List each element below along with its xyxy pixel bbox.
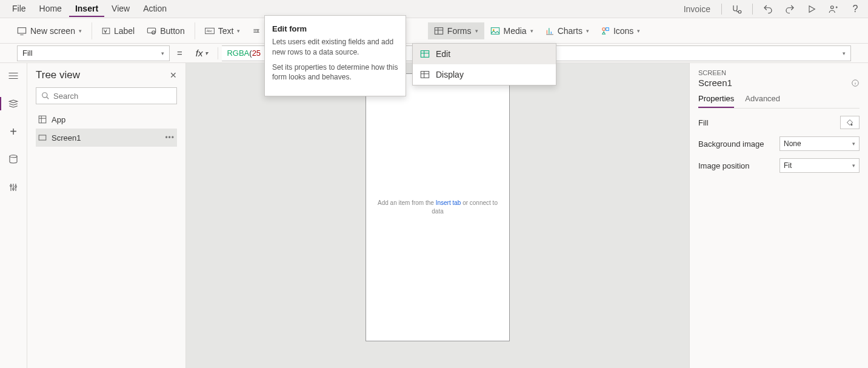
main-area: + Tree view ✕ App Screen1 ••• — [0, 63, 868, 368]
media-icon — [490, 27, 500, 35]
search-box[interactable] — [36, 87, 177, 104]
help-icon[interactable]: ? — [849, 2, 862, 16]
ribbon-media[interactable]: Media ▾ — [484, 22, 539, 39]
menu-home[interactable]: Home — [33, 1, 68, 17]
svg-text:Abc: Abc — [206, 29, 212, 33]
divider — [721, 4, 722, 15]
chevron-down-icon: ▾ — [852, 141, 855, 147]
ribbon-text[interactable]: Abc Text ▾ — [199, 22, 247, 39]
svg-rect-10 — [435, 27, 442, 34]
share-icon[interactable] — [827, 2, 840, 16]
redo-icon[interactable] — [783, 2, 796, 16]
rail-data-icon[interactable] — [5, 152, 21, 167]
ribbon-label-text: Label — [114, 26, 135, 36]
svg-point-13 — [603, 27, 606, 30]
input-icon — [252, 27, 261, 35]
close-icon[interactable]: ✕ — [170, 70, 177, 80]
app-icon — [38, 115, 47, 124]
screen-canvas[interactable]: Add an item from the Insert tab or conne… — [366, 74, 509, 341]
bgimage-value: None — [784, 139, 801, 148]
tree-item-label: Screen1 — [52, 133, 81, 142]
tooltip-p2: Set its properties to determine how this… — [272, 62, 398, 83]
rp-row-bgimage: Background image None ▾ — [698, 136, 860, 151]
rail-menu-icon[interactable] — [5, 68, 21, 84]
ribbon-text-label: Text — [218, 26, 234, 36]
divider — [218, 47, 218, 59]
dropdown-item-edit[interactable]: Edit — [413, 44, 556, 64]
play-icon[interactable] — [805, 2, 818, 16]
menu-file[interactable]: File — [6, 1, 32, 17]
icons-icon — [601, 27, 610, 35]
canvas-hint-link[interactable]: Insert tab — [436, 199, 461, 206]
rail-add-icon[interactable]: + — [5, 124, 21, 139]
more-icon[interactable]: ••• — [165, 133, 175, 142]
tab-advanced[interactable]: Advanced — [745, 94, 780, 108]
tree-panel: Tree view ✕ App Screen1 ••• — [27, 63, 186, 368]
bgimage-select[interactable]: None ▾ — [780, 136, 860, 151]
forms-dropdown: Edit Display — [412, 43, 556, 85]
screen-icon — [38, 134, 47, 141]
ribbon-forms[interactable]: Forms ▾ — [428, 22, 484, 39]
svg-point-9 — [258, 30, 259, 31]
equals-sign: = — [170, 48, 190, 58]
svg-point-15 — [10, 155, 17, 158]
label-icon — [102, 27, 110, 35]
tree-item-label: App — [52, 115, 65, 124]
chevron-down-icon: ▾ — [586, 28, 589, 34]
ribbon-button[interactable]: Button — [141, 22, 190, 39]
rail-tree-icon[interactable] — [5, 96, 21, 112]
menu-action[interactable]: Action — [137, 1, 173, 17]
ribbon-label[interactable]: Label — [96, 22, 141, 39]
rp-tabs: Properties Advanced — [698, 94, 860, 109]
chevron-down-icon: ▾ — [475, 28, 478, 34]
svg-rect-24 — [421, 72, 429, 78]
ribbon-charts-label: Charts — [558, 26, 583, 36]
left-rail: + — [0, 63, 27, 368]
ribbon-icons[interactable]: Icons ▾ — [595, 22, 646, 39]
rp-row-imgpos: Image position Fit ▾ — [698, 158, 860, 173]
svg-point-16 — [10, 185, 12, 187]
health-icon[interactable] — [730, 2, 744, 16]
fx-label: fx — [196, 48, 203, 58]
menu-view[interactable]: View — [105, 1, 136, 17]
chevron-down-icon: ▾ — [161, 50, 164, 56]
tab-properties[interactable]: Properties — [698, 94, 734, 108]
svg-rect-3 — [18, 27, 25, 33]
svg-rect-23 — [421, 51, 429, 58]
menu-insert[interactable]: Insert — [69, 1, 104, 17]
tooltip-p1: Lets users edit existing fields and add … — [272, 37, 398, 58]
property-select[interactable]: Fill ▾ — [17, 45, 170, 61]
rp-section: SCREEN — [698, 69, 860, 76]
ribbon-forms-label: Forms — [447, 26, 472, 36]
ribbon-new-screen[interactable]: New screen ▾ — [11, 22, 88, 39]
imgpos-select[interactable]: Fit ▾ — [780, 158, 860, 173]
menubar: File Home Insert View Action Invoice ? — [0, 0, 868, 18]
dropdown-item-label: Display — [436, 70, 464, 79]
search-input[interactable] — [53, 92, 172, 101]
charts-icon — [546, 27, 554, 35]
svg-rect-5 — [148, 28, 156, 33]
undo-icon[interactable] — [761, 2, 775, 16]
chevron-down-icon: ▾ — [205, 50, 208, 56]
chevron-down-icon: ▾ — [852, 162, 855, 169]
app-title: Invoice — [684, 4, 713, 14]
tree-item-app[interactable]: App — [36, 110, 177, 129]
rp-row-fill: Fill — [698, 116, 860, 129]
dropdown-item-label: Edit — [436, 49, 450, 59]
formula-fn: RGBA — [227, 49, 249, 58]
tree-item-screen[interactable]: Screen1 ••• — [36, 129, 177, 147]
rail-settings-icon[interactable] — [5, 179, 21, 195]
form-edit-icon — [420, 50, 430, 58]
screen-icon — [17, 27, 27, 35]
svg-rect-14 — [606, 27, 609, 30]
tree-header: Tree view ✕ — [36, 69, 177, 81]
rp-name: Screen1 — [698, 78, 860, 88]
dropdown-item-display[interactable]: Display — [413, 64, 556, 85]
fx-button[interactable]: fx ▾ — [190, 48, 215, 58]
fill-color-button[interactable] — [840, 116, 860, 129]
svg-point-2 — [831, 5, 834, 8]
svg-point-6 — [152, 31, 155, 34]
ribbon-charts[interactable]: Charts ▾ — [539, 22, 595, 39]
info-icon[interactable] — [851, 79, 860, 87]
divider — [752, 4, 753, 15]
